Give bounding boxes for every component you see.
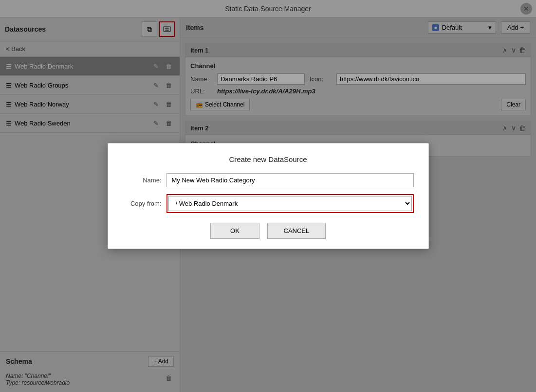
dialog-title: Create new DataSource <box>123 155 414 163</box>
dialog-name-row: Name: <box>123 173 414 187</box>
dialog-copy-row: Copy from: / Web Radio Denmark / Web Rad… <box>123 194 414 213</box>
main-window: Static Data-Source Manager ✕ Datasources… <box>0 0 536 392</box>
dialog-ok-button[interactable]: OK <box>210 223 259 239</box>
dialog-name-input[interactable] <box>166 173 414 187</box>
modal-overlay: Create new DataSource Name: Copy from: /… <box>0 0 536 392</box>
dialog-copy-select[interactable]: / Web Radio Denmark / Web Radio Groups /… <box>168 196 412 211</box>
dialog-name-label: Name: <box>123 177 162 184</box>
dialog-select-wrapper: / Web Radio Denmark / Web Radio Groups /… <box>166 194 414 213</box>
dialog: Create new DataSource Name: Copy from: /… <box>108 143 429 249</box>
dialog-cancel-button[interactable]: CANCEL <box>267 223 326 239</box>
dialog-buttons: OK CANCEL <box>123 223 414 239</box>
dialog-copy-label: Copy from: <box>123 200 162 207</box>
